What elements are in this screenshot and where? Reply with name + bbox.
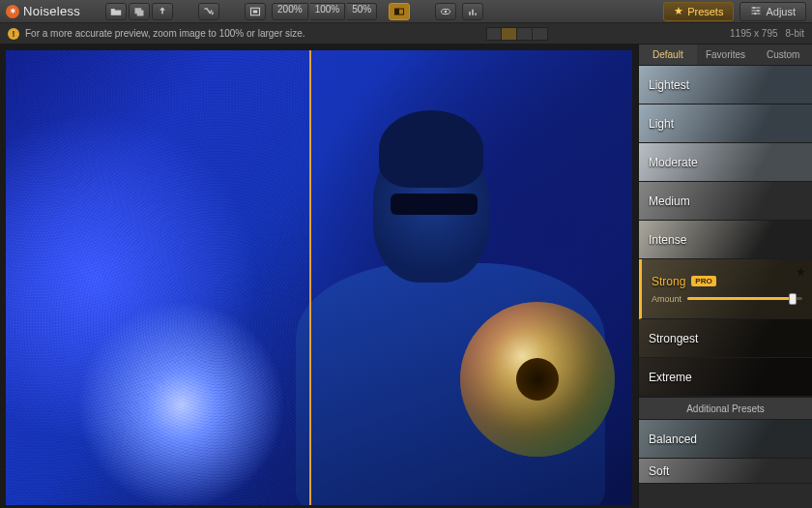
presets-mode-button[interactable]: ★ Presets [663, 2, 734, 21]
svg-rect-1 [253, 10, 258, 13]
preset-tabs: Default Favorites Custom [639, 45, 812, 66]
amount-slider-fill [687, 297, 793, 300]
preset-label: Medium [649, 194, 690, 208]
preset-light[interactable]: Light [639, 105, 812, 143]
svg-rect-6 [469, 12, 471, 15]
svg-rect-7 [472, 9, 474, 15]
preset-extreme[interactable]: Extreme [639, 358, 812, 397]
tab-favorites[interactable]: Favorites [697, 45, 755, 65]
app-logo-icon: ✶ [6, 5, 19, 18]
histogram-button[interactable] [462, 3, 483, 20]
compare-side-button[interactable] [533, 27, 548, 41]
preset-soft[interactable]: Soft [639, 459, 812, 484]
preview-image [6, 50, 632, 505]
tab-default[interactable]: Default [639, 45, 697, 65]
app-badge: ✶ Noiseless [6, 4, 80, 18]
preset-moderate[interactable]: Moderate [639, 143, 812, 182]
open-button[interactable] [105, 3, 127, 20]
preset-lightest[interactable]: Lightest [639, 66, 812, 105]
before-noise-overlay [6, 50, 309, 505]
subject-beanie [379, 110, 483, 188]
zoom-buttons: 200% 100% 50% [272, 3, 377, 20]
amount-slider[interactable] [687, 297, 802, 300]
main-area: Default Favorites Custom Lightest Light … [0, 45, 812, 508]
preset-label: Moderate [649, 156, 698, 169]
image-dimensions: 1195 x 795 [730, 28, 778, 39]
zoom-100-button[interactable]: 100% [310, 3, 346, 20]
app-title: Noiseless [23, 4, 80, 18]
preset-label: Strong [652, 275, 685, 288]
amount-label: Amount [652, 294, 682, 304]
quick-preview-button[interactable] [435, 3, 456, 20]
tab-custom[interactable]: Custom [754, 45, 812, 65]
favorite-star-icon[interactable]: ★ [796, 265, 806, 279]
batch-button[interactable] [129, 3, 150, 20]
preset-strong[interactable]: ★ Strong PRO Amount [639, 259, 812, 319]
image-bit-depth: 8-bit [786, 28, 804, 39]
preset-intense[interactable]: Intense [639, 221, 812, 259]
compare-split-button[interactable] [389, 3, 410, 20]
preset-strongest[interactable]: Strongest [639, 319, 812, 358]
info-bar: ! For a more accurate preview, zoom imag… [0, 23, 812, 45]
preset-thumb [642, 259, 812, 318]
file-buttons [105, 3, 173, 20]
shuffle-button[interactable] [198, 3, 219, 20]
svg-point-9 [753, 6, 755, 8]
presets-mode-label: Presets [687, 6, 723, 17]
zoom-hint-text: For a more accurate preview, zoom image … [25, 28, 305, 39]
adjust-mode-label: Adjust [766, 6, 796, 17]
preset-list: Lightest Light Moderate Medium Intense ★ [639, 66, 812, 508]
main-toolbar: ✶ Noiseless 200% 100% 50% [0, 0, 812, 23]
preset-label: Extreme [649, 371, 692, 384]
svg-point-10 [758, 9, 760, 11]
pro-badge: PRO [691, 276, 715, 286]
additional-presets-header: Additional Presets [639, 397, 812, 420]
star-icon: ★ [674, 5, 683, 17]
svg-rect-8 [475, 13, 477, 15]
compare-divider[interactable] [309, 50, 311, 505]
share-button[interactable] [152, 3, 173, 20]
sliders-icon [750, 5, 762, 18]
adjust-mode-button[interactable]: Adjust [740, 2, 806, 21]
image-canvas[interactable] [0, 45, 638, 508]
preset-label: Light [649, 117, 674, 131]
svg-point-11 [755, 12, 757, 14]
compare-view-toggle [486, 27, 548, 41]
zoom-200-button[interactable]: 200% [272, 3, 308, 20]
presets-sidebar: Default Favorites Custom Lightest Light … [638, 45, 812, 508]
compare-single-button[interactable] [486, 27, 502, 41]
compare-split-h-button[interactable] [517, 27, 533, 41]
warning-icon: ! [8, 28, 19, 40]
preset-label: Strongest [649, 332, 698, 345]
preset-label: Intense [649, 233, 686, 247]
preset-label: Balanced [649, 433, 697, 446]
amount-slider-knob[interactable] [789, 293, 797, 305]
subject-glasses [391, 194, 478, 215]
preset-medium[interactable]: Medium [639, 182, 812, 221]
preset-label: Lightest [649, 78, 689, 92]
subject-instrument [460, 302, 615, 457]
preset-balanced[interactable]: Balanced [639, 420, 812, 459]
preset-label: Soft [649, 464, 669, 478]
svg-point-5 [445, 10, 448, 13]
fit-screen-button[interactable] [245, 3, 266, 20]
compare-split-v-button[interactable] [502, 27, 517, 41]
svg-rect-3 [395, 9, 400, 15]
zoom-50-button[interactable]: 50% [347, 3, 377, 20]
